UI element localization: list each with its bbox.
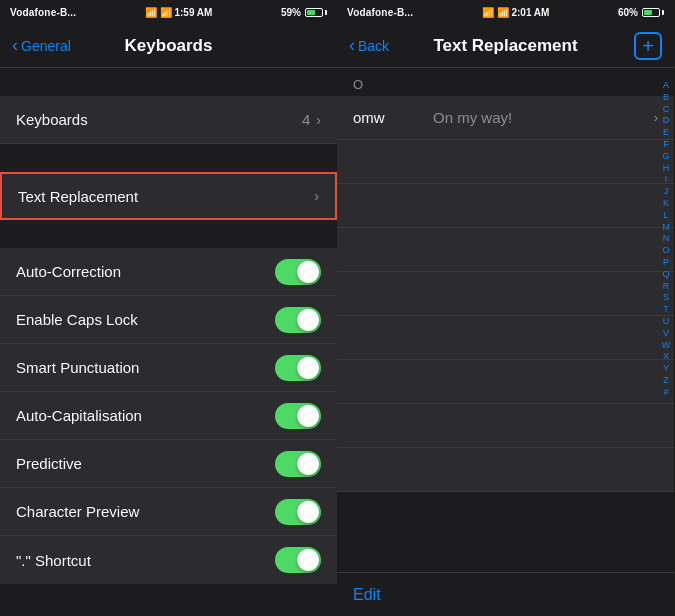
right-back-button[interactable]: ‹ Back — [349, 37, 389, 54]
character-preview-label: Character Preview — [16, 503, 275, 520]
keyboards-label: Keyboards — [16, 111, 302, 128]
period-shortcut-item[interactable]: "." Shortcut — [0, 536, 337, 584]
enable-caps-lock-item[interactable]: Enable Caps Lock — [0, 296, 337, 344]
right-carrier: Vodafone-B... — [347, 7, 413, 18]
tr-empty-1 — [337, 140, 674, 184]
alpha-t[interactable]: T — [660, 304, 672, 315]
tr-item-chevron-icon: › — [654, 110, 658, 125]
period-shortcut-toggle[interactable] — [275, 547, 321, 573]
period-shortcut-knob — [297, 549, 319, 571]
right-nav-bar: ‹ Back Text Replacement + — [337, 24, 674, 68]
alpha-d[interactable]: D — [660, 115, 672, 126]
enable-caps-lock-knob — [297, 309, 319, 331]
left-back-button[interactable]: ‹ General — [12, 37, 71, 54]
edit-button[interactable]: Edit — [353, 586, 381, 604]
alpha-e[interactable]: E — [660, 127, 672, 138]
alpha-h[interactable]: H — [660, 163, 672, 174]
period-shortcut-label: "." Shortcut — [16, 552, 275, 569]
alpha-l[interactable]: L — [660, 210, 672, 221]
tr-section-header-o: O — [337, 68, 674, 96]
alpha-f[interactable]: F — [660, 139, 672, 150]
alpha-s[interactable]: S — [660, 292, 672, 303]
left-battery-area: 59% — [281, 7, 327, 18]
alpha-j[interactable]: J — [660, 186, 672, 197]
predictive-label: Predictive — [16, 455, 275, 472]
predictive-knob — [297, 453, 319, 475]
alpha-c[interactable]: C — [660, 104, 672, 115]
alpha-u[interactable]: U — [660, 316, 672, 327]
alpha-p[interactable]: P — [660, 257, 672, 268]
auto-correction-knob — [297, 261, 319, 283]
predictive-toggle[interactable] — [275, 451, 321, 477]
character-preview-toggle[interactable] — [275, 499, 321, 525]
left-status-bar: Vodafone-B... 📶 📶 1:59 AM 59% — [0, 0, 337, 24]
left-time: 1:59 AM — [174, 7, 212, 18]
alpha-v[interactable]: V — [660, 328, 672, 339]
section-gap-1 — [0, 68, 337, 96]
left-panel: Vodafone-B... 📶 📶 1:59 AM 59% ‹ General … — [0, 0, 337, 616]
right-battery-area: 60% — [618, 7, 664, 18]
right-panel: Vodafone-B... 📶 📶 2:01 AM 60% ‹ Back Tex… — [337, 0, 674, 616]
enable-caps-lock-toggle[interactable] — [275, 307, 321, 333]
right-back-label: Back — [358, 38, 389, 54]
smart-punctuation-item[interactable]: Smart Punctuation — [0, 344, 337, 392]
tr-omw-item[interactable]: omw On my way! › — [337, 96, 674, 140]
left-back-chevron-icon: ‹ — [12, 36, 18, 54]
tr-empty-3 — [337, 228, 674, 272]
right-section-list: O omw On my way! › — [337, 68, 674, 572]
text-replacement-item[interactable]: Text Replacement › — [0, 172, 337, 220]
alpha-i[interactable]: I — [660, 174, 672, 185]
right-battery-percent: 60% — [618, 7, 638, 18]
smart-punctuation-label: Smart Punctuation — [16, 359, 275, 376]
alpha-x[interactable]: X — [660, 351, 672, 362]
auto-capitalisation-item[interactable]: Auto-Capitalisation — [0, 392, 337, 440]
auto-correction-item[interactable]: Auto-Correction — [0, 248, 337, 296]
tr-shortcut: omw — [353, 109, 433, 126]
alpha-a[interactable]: A — [660, 80, 672, 91]
section-gap-3 — [0, 220, 337, 248]
auto-correction-toggle[interactable] — [275, 259, 321, 285]
enable-caps-lock-label: Enable Caps Lock — [16, 311, 275, 328]
alpha-b[interactable]: B — [660, 92, 672, 103]
text-replacement-label: Text Replacement — [18, 188, 314, 205]
smart-punctuation-knob — [297, 357, 319, 379]
right-time: 2:01 AM — [511, 7, 549, 18]
left-back-label: General — [21, 38, 71, 54]
add-replacement-button[interactable]: + — [634, 32, 662, 60]
right-bottom-bar: Edit — [337, 572, 674, 616]
keyboards-chevron-icon: › — [316, 112, 321, 128]
left-carrier: Vodafone-B... — [10, 7, 76, 18]
alpha-hash[interactable]: # — [660, 387, 672, 398]
tr-empty-5 — [337, 316, 674, 360]
character-preview-item[interactable]: Character Preview — [0, 488, 337, 536]
alpha-q[interactable]: Q — [660, 269, 672, 280]
alpha-r[interactable]: R — [660, 281, 672, 292]
alpha-w[interactable]: W — [660, 340, 672, 351]
alpha-o[interactable]: O — [660, 245, 672, 256]
auto-capitalisation-knob — [297, 405, 319, 427]
alpha-index: A B C D E F G H I J K L M N O P Q R S T … — [660, 80, 672, 398]
left-time-icons: 📶 📶 1:59 AM — [145, 7, 213, 18]
auto-capitalisation-label: Auto-Capitalisation — [16, 407, 275, 424]
right-nav-title: Text Replacement — [433, 36, 577, 56]
alpha-z[interactable]: Z — [660, 375, 672, 386]
alpha-g[interactable]: G — [660, 151, 672, 162]
auto-capitalisation-toggle[interactable] — [275, 403, 321, 429]
tr-empty-7 — [337, 404, 674, 448]
right-status-bar: Vodafone-B... 📶 📶 2:01 AM 60% — [337, 0, 674, 24]
alpha-m[interactable]: M — [660, 222, 672, 233]
left-battery-percent: 59% — [281, 7, 301, 18]
left-nav-bar: ‹ General Keyboards — [0, 24, 337, 68]
tr-empty-8 — [337, 448, 674, 492]
alpha-y[interactable]: Y — [660, 363, 672, 374]
alpha-k[interactable]: K — [660, 198, 672, 209]
alpha-n[interactable]: N — [660, 233, 672, 244]
smart-punctuation-toggle[interactable] — [275, 355, 321, 381]
character-preview-knob — [297, 501, 319, 523]
predictive-item[interactable]: Predictive — [0, 440, 337, 488]
right-back-chevron-icon: ‹ — [349, 36, 355, 54]
text-replacement-chevron-icon: › — [314, 188, 319, 204]
keyboards-item[interactable]: Keyboards 4 › — [0, 96, 337, 144]
add-icon: + — [642, 36, 654, 56]
tr-empty-2 — [337, 184, 674, 228]
